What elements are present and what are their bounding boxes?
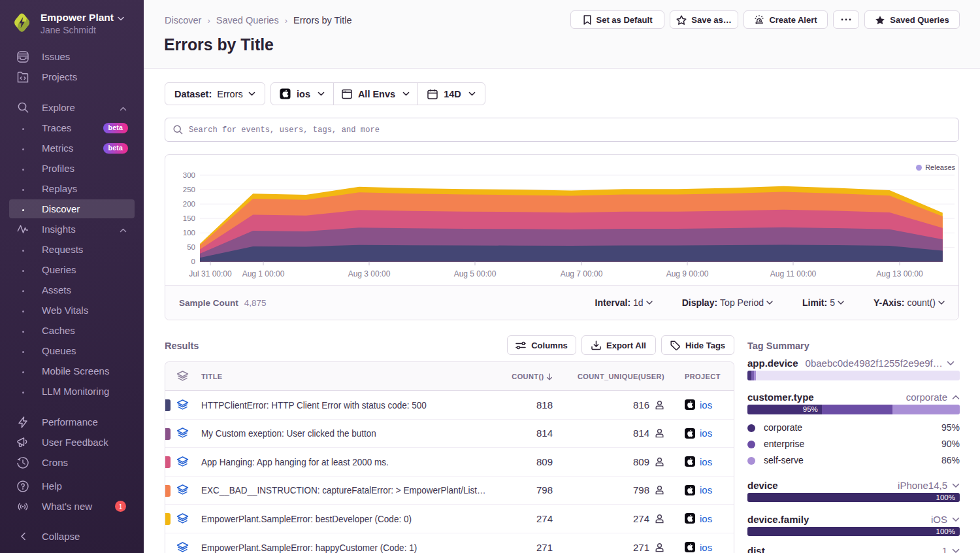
svg-text:Aug 11 00:00: Aug 11 00:00 — [770, 269, 817, 278]
svg-text:100: 100 — [183, 229, 195, 237]
svg-text:Jul 31 00:00: Jul 31 00:00 — [189, 269, 232, 278]
svg-text:250: 250 — [183, 186, 195, 193]
svg-text:0: 0 — [191, 258, 195, 265]
svg-text:50: 50 — [187, 243, 195, 251]
svg-text:Aug 5 00:00: Aug 5 00:00 — [454, 269, 497, 278]
svg-text:Aug 3 00:00: Aug 3 00:00 — [348, 269, 391, 278]
svg-text:Aug 7 00:00: Aug 7 00:00 — [561, 269, 603, 278]
svg-text:200: 200 — [183, 200, 195, 208]
svg-text:Aug 1 00:00: Aug 1 00:00 — [242, 269, 285, 278]
svg-text:300: 300 — [183, 171, 195, 179]
svg-text:Aug 13 00:00: Aug 13 00:00 — [876, 269, 923, 278]
svg-text:Aug 9 00:00: Aug 9 00:00 — [666, 269, 709, 278]
svg-text:150: 150 — [183, 214, 195, 222]
